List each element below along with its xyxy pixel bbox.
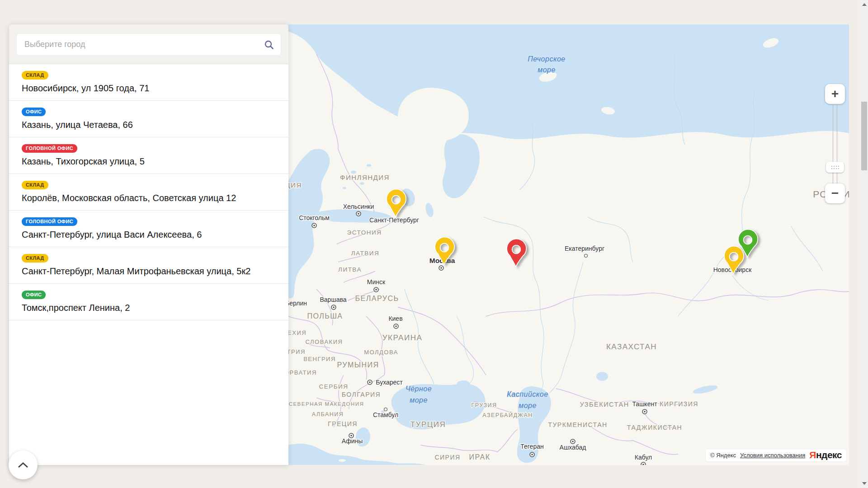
- location-item[interactable]: СКЛАД Новосибирск, ул 1905 года, 71: [9, 64, 288, 101]
- location-item[interactable]: ОФИС Томск,проспект Ленина, 2: [9, 284, 288, 320]
- location-item[interactable]: СКЛАД Санкт-Петербург, Малая Митрофаньев…: [9, 247, 288, 284]
- country-label: СЛОВАКИЯ: [306, 338, 343, 345]
- country-label: ШВЕЦИЯ: [288, 181, 302, 189]
- location-badge: СКЛАД: [22, 181, 48, 189]
- location-item[interactable]: ГОЛОВНОЙ ОФИС Казань, Тихогорская улица,…: [9, 137, 288, 174]
- location-address: Томск,проспект Ленина, 2: [22, 303, 276, 313]
- location-badge: СКЛАД: [22, 254, 48, 263]
- location-address: Санкт-Петербург, Малая Митрофаньевская у…: [22, 266, 276, 277]
- city-label: Берлин: [288, 300, 307, 307]
- country-label: ЛИТВА: [338, 266, 362, 273]
- country-label: КИРГИЗИЯ: [660, 400, 698, 408]
- sea-label: Печорское: [528, 55, 566, 63]
- city-search-input[interactable]: [17, 40, 257, 49]
- location-address: Новосибирск, ул 1905 года, 71: [22, 83, 276, 94]
- country-label: УЗБЕКИСТАН: [580, 401, 629, 408]
- country-label: ЛАТВИЯ: [351, 250, 380, 257]
- city-label: Тегеран: [520, 443, 543, 450]
- location-badge: ОФИС: [22, 108, 46, 116]
- country-label: ТАДЖИКИСТАН: [627, 424, 682, 431]
- location-badge: ГОЛОВНОЙ ОФИС: [22, 144, 77, 153]
- location-item[interactable]: ОФИС Казань, улица Четаева, 66: [9, 101, 288, 137]
- zoom-slider-handle[interactable]: [826, 162, 844, 173]
- sea-label: море: [538, 66, 556, 74]
- country-label: ТУРЦИЯ: [410, 420, 446, 429]
- location-list: СКЛАД Новосибирск, ул 1905 года, 71 ОФИС…: [9, 64, 288, 320]
- city-label: Киев: [388, 315, 402, 322]
- chevron-up-icon: [16, 461, 30, 469]
- country-label: РУМЫНИЯ: [337, 361, 379, 369]
- map-svg: ФИНЛЯНДИЯ ШВЕЦИЯ ЭСТОНИЯ ЛАТВИЯ ЛИТВА БЕ…: [288, 24, 849, 465]
- sea-label: море: [410, 396, 428, 404]
- search-icon: [264, 40, 274, 50]
- locations-sidebar: СКЛАД Новосибирск, ул 1905 года, 71 ОФИС…: [9, 24, 288, 465]
- page-scrollbar: [860, 0, 868, 488]
- yandex-logo[interactable]: Яндекс: [809, 450, 842, 460]
- location-item[interactable]: ГОЛОВНОЙ ОФИС Санкт-Петербург, улица Вас…: [9, 211, 288, 247]
- country-label: СЕРБИЯ: [319, 383, 348, 390]
- city-label: Бухарест: [376, 379, 403, 386]
- location-address: Королёв, Московская область, Советская у…: [22, 193, 276, 203]
- country-label: ХОРВАТИЯ: [288, 369, 317, 376]
- country-label: ГРЕЦИЯ: [328, 420, 358, 427]
- city-label: Ашхабад: [560, 444, 586, 451]
- location-address: Казань, улица Четаева, 66: [22, 120, 276, 130]
- country-label: СИРИЯ: [434, 454, 460, 461]
- city-label: Афины: [342, 437, 363, 445]
- terms-of-use-link[interactable]: Условия использования: [740, 452, 805, 459]
- zoom-in-button[interactable]: +: [825, 84, 845, 104]
- city-label: Хельсинки: [343, 203, 374, 210]
- yandex-logo-rest: ндекс: [816, 450, 842, 460]
- location-badge: ГОЛОВНОЙ ОФИС: [22, 217, 77, 226]
- country-label: АВСТРИЯ: [288, 348, 306, 355]
- country-label: ИРАК: [469, 453, 490, 461]
- city-label: Кабул: [635, 454, 652, 461]
- location-badge: СКЛАД: [22, 71, 48, 80]
- country-label: ГРУЗИЯ: [471, 402, 497, 408]
- scrollbar-up-arrow[interactable]: [862, 3, 867, 6]
- country-label: ЧЕХИЯ: [288, 329, 307, 336]
- zoom-out-button[interactable]: −: [825, 183, 845, 203]
- search-button[interactable]: [257, 34, 281, 55]
- country-label: ТУРКМЕНИСТАН: [548, 421, 607, 428]
- sea-label: Каспийское: [507, 390, 548, 398]
- search-header: [9, 24, 288, 64]
- scrollbar-down-arrow[interactable]: [862, 482, 867, 485]
- city-label: Стокгольм: [299, 214, 330, 221]
- country-label: АЛБАНИЯ: [312, 411, 344, 418]
- country-label: УКРАИНА: [382, 333, 423, 342]
- search-box: [17, 34, 281, 55]
- country-label: ЭСТОНИЯ: [347, 229, 382, 236]
- city-label: Стамбул: [373, 411, 398, 418]
- location-address: Казань, Тихогорская улица, 5: [22, 156, 276, 167]
- city-label: Варшава: [320, 296, 347, 303]
- location-item[interactable]: СКЛАД Королёв, Московская область, Совет…: [9, 174, 288, 211]
- copyright-text: © Яндекс: [710, 452, 736, 459]
- city-label: Ташкент: [632, 400, 657, 408]
- country-label: СЕВЕРНАЯ МАКЕДОНИЯ: [289, 401, 364, 407]
- yandex-logo-ya: Я: [809, 450, 816, 460]
- map-canvas[interactable]: ФИНЛЯНДИЯ ШВЕЦИЯ ЭСТОНИЯ ЛАТВИЯ ЛИТВА БЕ…: [288, 24, 849, 465]
- location-badge: ОФИС: [22, 291, 46, 299]
- scrollbar-thumb[interactable]: [861, 102, 867, 170]
- city-label: Екатеринбург: [565, 245, 604, 252]
- country-label: ВЕНГРИЯ: [303, 356, 336, 362]
- ruler-dots-icon: [831, 166, 832, 167]
- country-label: ФИНЛЯНДИЯ: [340, 174, 390, 181]
- country-label: КАЗАХСТАН: [606, 343, 657, 351]
- scroll-top-button[interactable]: [9, 450, 38, 479]
- country-label: АЗЕРБАЙДЖАН: [482, 412, 533, 418]
- map-attribution: © Яндекс Условия использования Яндекс: [706, 449, 846, 461]
- country-label: БЕЛАРУСЬ: [355, 295, 399, 302]
- country-label: МОЛДОВА: [364, 349, 398, 356]
- location-address: Санкт-Петербург, улица Васи Алексеева, 6: [22, 230, 276, 240]
- city-label: Минск: [367, 278, 386, 286]
- country-label: ПОЛЬША: [307, 312, 343, 320]
- city-label: Санкт-Петербург: [369, 216, 419, 224]
- country-label: БОЛГАРИЯ: [342, 391, 381, 398]
- sea-label: Чёрное: [406, 385, 432, 393]
- sea-label: море: [519, 402, 537, 409]
